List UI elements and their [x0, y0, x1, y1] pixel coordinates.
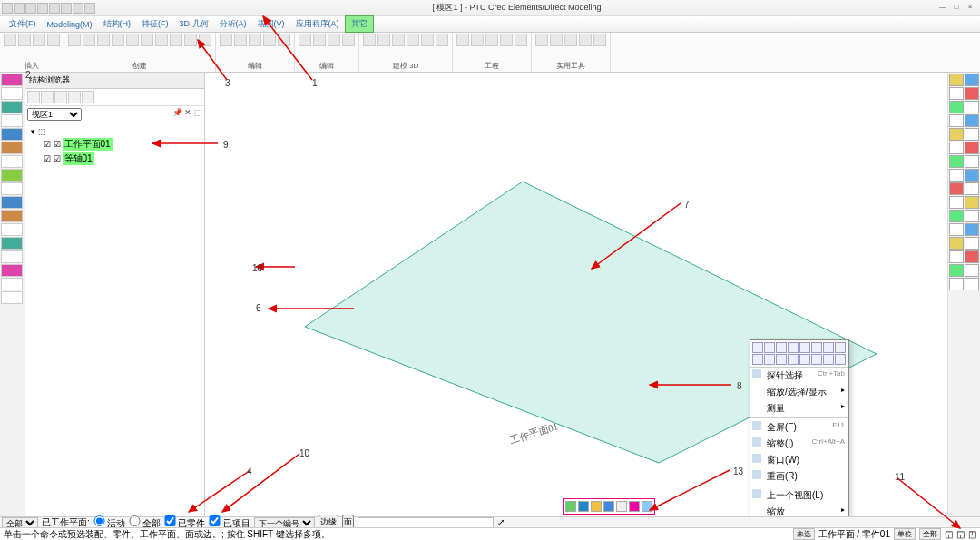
context-menu-item[interactable]: 测量▸ [750, 400, 848, 417]
right-tool-icon[interactable] [965, 250, 979, 263]
left-tool-icon[interactable] [1, 264, 23, 277]
ribbon-icon[interactable] [155, 34, 168, 46]
ribbon-icon[interactable] [68, 34, 81, 46]
ribbon-icon[interactable] [199, 34, 211, 46]
ribbon-icon[interactable] [278, 34, 290, 46]
ctx-quick-icon[interactable] [835, 342, 846, 353]
ribbon-icon[interactable] [299, 34, 311, 46]
right-tool-icon[interactable] [965, 278, 979, 290]
left-tool-icon[interactable] [1, 291, 23, 304]
corner-icon[interactable]: ◲ [956, 529, 965, 539]
ctx-quick-icon[interactable] [764, 342, 775, 353]
right-tool-icon[interactable] [965, 142, 979, 154]
view-combo[interactable]: 视区1 [27, 108, 82, 121]
right-tool-icon[interactable] [949, 87, 964, 100]
left-tool-icon[interactable] [1, 237, 23, 250]
tab-other[interactable]: 其它 [345, 15, 374, 33]
right-tool-icon[interactable] [949, 223, 964, 236]
minimize-icon[interactable]: — [936, 3, 949, 14]
tab-structure[interactable]: 结构(H) [98, 16, 137, 32]
right-tool-icon[interactable] [949, 155, 964, 168]
left-tool-icon[interactable] [1, 87, 23, 100]
qat-icon[interactable] [37, 3, 48, 14]
ribbon-icon[interactable] [471, 34, 484, 46]
left-tool-icon[interactable] [1, 74, 23, 86]
ribbon-icon[interactable] [392, 34, 405, 46]
command-input[interactable] [358, 517, 494, 528]
qat-icon[interactable] [61, 3, 72, 14]
ctx-quick-icon[interactable] [776, 342, 787, 353]
tab-view[interactable]: 视图(V) [252, 16, 290, 32]
context-menu-item[interactable]: 窗口(W) [750, 452, 848, 468]
ribbon-icon[interactable] [514, 34, 527, 46]
left-tool-icon[interactable] [1, 223, 23, 236]
tab-apps[interactable]: 应用程序(A) [290, 16, 345, 32]
ribbon-icon[interactable] [377, 34, 390, 46]
tree-node[interactable]: ▾ ⬚ [31, 126, 199, 137]
right-tool-icon[interactable] [965, 114, 979, 127]
struct-tool-icon[interactable] [54, 91, 67, 103]
left-tool-icon[interactable] [1, 155, 23, 168]
ctx-quick-icon[interactable] [799, 342, 810, 353]
ribbon-icon[interactable] [83, 34, 95, 46]
left-tool-icon[interactable] [1, 182, 23, 195]
right-tool-icon[interactable] [949, 196, 964, 209]
right-tool-icon[interactable] [949, 210, 964, 222]
ribbon-icon[interactable] [234, 34, 247, 46]
context-menu-item[interactable]: 全屏(F)F11 [750, 419, 848, 436]
right-tool-icon[interactable] [965, 210, 979, 222]
qat-icon[interactable] [49, 3, 60, 14]
ribbon-icon[interactable] [112, 34, 124, 46]
ribbon-icon[interactable] [170, 34, 182, 46]
ribbon-icon[interactable] [342, 34, 355, 46]
ribbon-icon[interactable] [579, 34, 592, 46]
tab-file[interactable]: 文件(F) [4, 16, 42, 32]
ctx-quick-icon[interactable] [776, 354, 787, 365]
maximize-icon[interactable]: □ [950, 3, 963, 14]
left-tool-icon[interactable] [1, 128, 23, 141]
tree-node[interactable]: ☑ ☑ 工作平面01 [31, 137, 199, 152]
ribbon-icon[interactable] [220, 34, 232, 46]
viewport[interactable]: 工作平面01 探针选择Ctrl+Tab缩放/选择/显示▸测量▸全屏(F)F11缩… [205, 73, 947, 516]
ctx-quick-icon[interactable] [811, 342, 822, 353]
right-tool-icon[interactable] [949, 142, 964, 154]
corner-icon[interactable]: ◱ [945, 529, 953, 539]
ctx-quick-icon[interactable] [788, 354, 799, 365]
ribbon-icon[interactable] [593, 34, 606, 46]
qat-icon[interactable] [84, 3, 95, 14]
tab-modeling[interactable]: Modeling(M) [42, 18, 98, 31]
struct-tool-icon[interactable] [41, 91, 54, 103]
context-menu-item[interactable]: 探针选择Ctrl+Tab [750, 368, 848, 384]
ctx-quick-icon[interactable] [811, 354, 822, 365]
right-tool-icon[interactable] [965, 87, 979, 100]
ribbon-icon[interactable] [18, 34, 31, 46]
qat-icon[interactable] [14, 3, 24, 14]
right-tool-icon[interactable] [949, 182, 964, 195]
left-tool-icon[interactable] [1, 210, 23, 222]
left-tool-icon[interactable] [1, 169, 23, 182]
tab-3d-geom[interactable]: 3D 几何 [174, 16, 214, 32]
corner-icon[interactable]: ◳ [968, 529, 976, 539]
ribbon-icon[interactable] [328, 34, 340, 46]
left-tool-icon[interactable] [1, 142, 23, 154]
left-tool-icon[interactable] [1, 101, 23, 113]
left-tool-icon[interactable] [1, 250, 23, 263]
ribbon-icon[interactable] [456, 34, 469, 46]
right-tool-icon[interactable] [965, 169, 979, 182]
ribbon-icon[interactable] [184, 34, 197, 46]
right-tool-icon[interactable] [949, 250, 964, 263]
ctx-quick-icon[interactable] [799, 354, 810, 365]
ribbon-icon[interactable] [564, 34, 577, 46]
ribbon-icon[interactable] [263, 34, 276, 46]
qat-icon[interactable] [73, 3, 83, 14]
ribbon-icon[interactable] [436, 34, 448, 46]
left-tool-icon[interactable] [1, 196, 23, 209]
right-tool-icon[interactable] [965, 155, 979, 168]
ribbon-icon[interactable] [141, 34, 153, 46]
next-combo[interactable]: 下一个编号 [254, 517, 315, 528]
right-tool-icon[interactable] [965, 128, 979, 141]
right-tool-icon[interactable] [949, 128, 964, 141]
ribbon-icon[interactable] [421, 34, 434, 46]
ribbon-icon[interactable] [363, 34, 376, 46]
right-tool-icon[interactable] [965, 74, 979, 86]
